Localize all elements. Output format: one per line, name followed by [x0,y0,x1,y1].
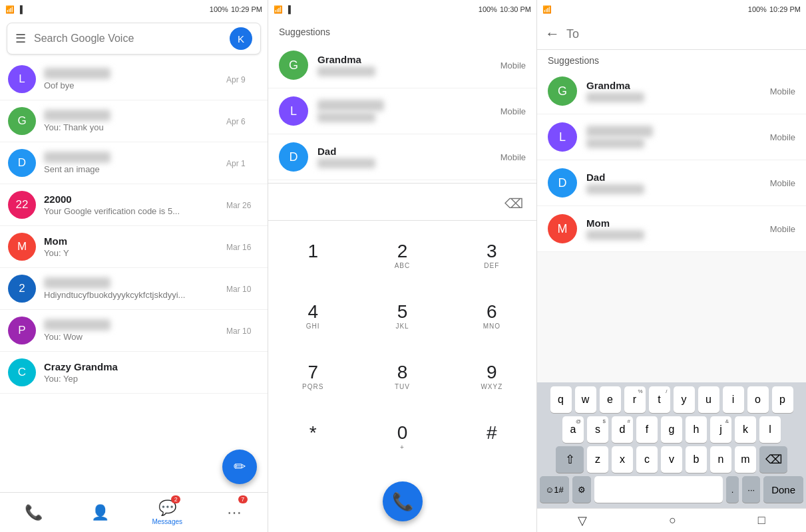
key-d[interactable]: #d [612,416,633,443]
key-j[interactable]: &j [710,416,731,443]
dial-key[interactable]: 4 GHI [268,287,357,347]
key-n[interactable]: n [710,446,731,473]
key-o[interactable]: o [747,386,769,413]
key-a[interactable]: @a [562,416,584,443]
sug-info: XXXXXXXXXX XXXXXXXXXX [317,100,491,122]
key-x[interactable]: x [612,446,633,473]
message-list-item[interactable]: D XXXXXXXXXX Sent an image Apr 1 [0,142,268,184]
key-m[interactable]: m [735,446,756,473]
compose-fab[interactable]: ✏ [222,450,257,484]
message-list-item[interactable]: C Crazy Grandma You: Yep [0,352,268,394]
shift-key[interactable]: ⇧ [556,446,584,473]
hamburger-icon[interactable]: ☰ [15,31,26,46]
sug-phone: XXXXXXXXXX [317,112,491,122]
back-nav-icon[interactable]: ▽ [578,513,587,528]
phone-nav-icon: 📞 [25,504,43,521]
keyboard-row: ⇧zxcvbnm⌫ [540,446,803,473]
p3-suggestion-item[interactable]: G Grandma XXXXXXXXXX Mobile [537,68,806,114]
p3-suggestion-item[interactable]: D Dad XXXXXXXXXX Mobile [537,160,806,206]
key-q[interactable]: q [550,386,572,413]
key-label: w [582,394,590,406]
p3-to-header: ← [537,19,806,50]
key-u[interactable]: u [698,386,719,413]
message-list-item[interactable]: 22 22000 Your Google verification code i… [0,184,268,226]
key-s[interactable]: $s [587,416,608,443]
p2-suggestion-item[interactable]: L XXXXXXXXXX XXXXXXXXXX Mobile [268,88,536,134]
message-list-item[interactable]: 2 XXXXXXXXXX Hdiyndtucyfbuokdyyykcykfctj… [0,268,268,310]
key-h[interactable]: h [686,416,707,443]
key-z[interactable]: z [587,446,608,473]
status-right-3: 100% 10:29 PM [748,5,801,13]
sug-phone: XXXXXXXXXX [317,66,491,76]
key-b[interactable]: b [686,446,707,473]
call-fab-button[interactable]: 📞 [383,481,423,521]
nav-messages[interactable]: 💬 2 Messages [134,493,201,532]
key-c[interactable]: c [636,446,658,473]
dial-key[interactable]: 9 WXYZ [447,347,536,408]
key-i[interactable]: i [723,386,744,413]
message-list-item[interactable]: G XXXXXXXXXX You: Thank you Apr 6 [0,100,268,142]
message-list-item[interactable]: L XXXXXXXXXX Oof bye Apr 9 [0,59,268,100]
key-e[interactable]: e [600,386,621,413]
dial-key[interactable]: 7 PQRS [268,347,357,408]
key-k[interactable]: k [735,416,756,443]
p2-suggestion-item[interactable]: D Dad XXXXXXXXXX Mobile [268,134,536,180]
to-input[interactable] [566,27,798,41]
p3-suggestion-item[interactable]: M Mom XXXXXXXXXX Mobile [537,206,806,252]
back-button[interactable]: ← [545,25,560,43]
dial-key[interactable]: * [268,408,357,468]
sug-info: XXXXXXXXXX XXXXXXXXXX [586,126,761,148]
p2-suggestion-item[interactable]: G Grandma XXXXXXXXXX Mobile [268,43,536,88]
msg-content: XXXXXXXXXX You: Wow [44,319,218,342]
done-key[interactable]: Done [763,476,803,503]
key-f[interactable]: f [636,416,658,443]
key-super: % [638,388,642,394]
keyboard-settings-key[interactable]: ⚙ [572,476,591,503]
key-v[interactable]: v [661,446,682,473]
panel-messages-list: 📶 ▐ 100% 10:29 PM ☰ Search Google Voice … [0,0,268,532]
dial-key-letters: GHI [306,323,320,332]
key-p[interactable]: p [772,386,793,413]
more-key[interactable]: ··· [742,476,760,503]
nav-more[interactable]: ⋯ 7 [201,493,268,532]
key-t[interactable]: /t [649,386,670,413]
key-g[interactable]: g [661,416,682,443]
p3-suggestion-item[interactable]: L XXXXXXXXXX XXXXXXXXXX Mobile [537,114,806,160]
msg-preview: Hdiyndtucyfbuokdyyykcykfctjskdyyi... [44,290,218,300]
emoji-key[interactable]: ☺1# [540,476,569,503]
recents-nav-icon[interactable]: □ [758,513,765,527]
msg-name: XXXXXXXXXX [44,152,218,163]
user-avatar[interactable]: K [230,27,252,50]
key-y[interactable]: y [674,386,695,413]
dial-key[interactable]: 3 DEF [447,226,536,287]
message-list-item[interactable]: P XXXXXXXXXX You: Wow Mar 10 [0,310,268,352]
nav-contacts[interactable]: 👤 [67,493,134,532]
dial-key[interactable]: 0 + [357,408,447,468]
period-key[interactable]: . [726,476,739,503]
key-label: c [644,454,650,466]
home-nav-icon[interactable]: ○ [669,513,676,527]
msg-date-wrap: Mar 10 [226,325,260,336]
dial-key[interactable]: 1 [268,226,357,287]
key-w[interactable]: w [575,386,596,413]
search-bar[interactable]: ☰ Search Google Voice K [7,23,261,55]
space-key[interactable] [594,476,723,503]
dial-key[interactable]: 2 ABC [357,226,447,287]
msg-name: Mom [44,235,218,247]
backspace-button[interactable]: ⌫ [502,193,526,214]
msg-preview: Oof bye [44,80,218,90]
time-text-2: 10:30 PM [500,5,531,13]
keyboard-backspace-key[interactable]: ⌫ [759,446,787,473]
key-r[interactable]: %r [624,386,646,413]
message-list-item[interactable]: M Mom You: Y Mar 16 [0,226,268,268]
dial-key[interactable]: 5 JKL [357,287,447,347]
msg-name: XXXXXXXXXX [44,319,218,331]
contacts-nav-icon: 👤 [91,504,109,521]
key-label: h [694,424,700,436]
key-l[interactable]: l [759,416,781,443]
dial-key-letters: DEF [484,262,499,271]
dial-key[interactable]: # [447,408,536,468]
dial-key[interactable]: 6 MNO [447,287,536,347]
dial-key[interactable]: 8 TUV [357,347,447,408]
nav-calls[interactable]: 📞 [0,493,67,532]
